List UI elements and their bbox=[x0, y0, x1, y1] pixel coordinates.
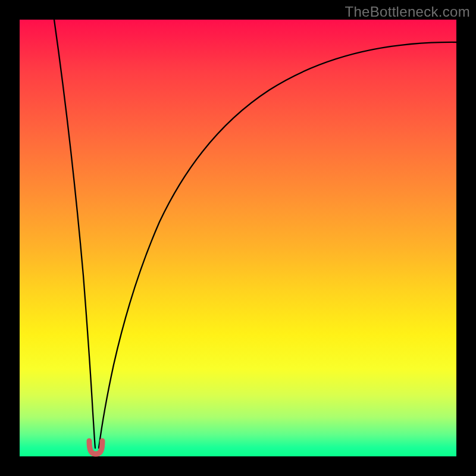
bottleneck-curve bbox=[20, 20, 456, 456]
plot-area bbox=[20, 20, 456, 456]
chart-frame: TheBottleneck.com bbox=[0, 0, 476, 476]
watermark-text: TheBottleneck.com bbox=[345, 4, 470, 20]
